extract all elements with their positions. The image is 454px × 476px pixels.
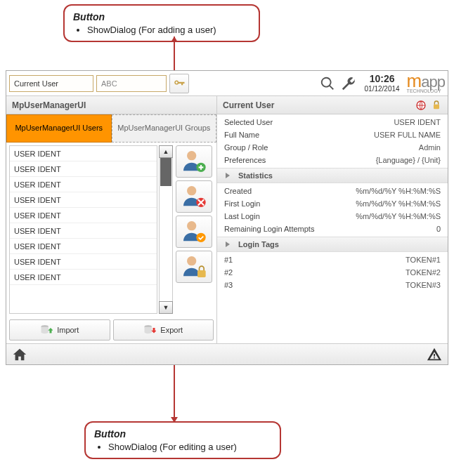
first-login-label: First Login bbox=[224, 199, 260, 208]
scroll-up-button[interactable]: ▲ bbox=[159, 145, 173, 158]
settings-button[interactable] bbox=[339, 74, 358, 93]
remaining-attempts-label: Remaining Login Attempts bbox=[224, 225, 314, 233]
svg-point-4 bbox=[187, 186, 196, 195]
list-item[interactable]: USER IDENT bbox=[10, 146, 157, 161]
callout-title: Button bbox=[94, 428, 271, 439]
search-button[interactable] bbox=[318, 74, 337, 93]
home-icon bbox=[12, 347, 27, 362]
scroll-thumb[interactable] bbox=[160, 158, 171, 186]
svg-rect-1 bbox=[434, 104, 439, 109]
right-section-title: Current User bbox=[217, 96, 448, 114]
wrench-icon bbox=[341, 76, 356, 91]
search-icon bbox=[320, 76, 335, 91]
edit-user-button[interactable] bbox=[176, 216, 212, 248]
last-login-label: Last Login bbox=[224, 212, 260, 220]
export-icon bbox=[143, 324, 156, 336]
svg-point-7 bbox=[196, 233, 205, 242]
key-icon bbox=[173, 77, 186, 90]
first-login-value: %m/%d/%Y %H:%M:%S bbox=[356, 199, 441, 208]
list-item[interactable]: USER IDENT bbox=[10, 270, 157, 285]
export-label: Export bbox=[160, 326, 183, 334]
tag3-value: TOKEN#3 bbox=[406, 281, 441, 289]
login-tags-header[interactable]: Login Tags bbox=[217, 237, 448, 252]
callout-text: ShowDialog (For editing a user) bbox=[108, 442, 271, 452]
scroll-down-button[interactable]: ▼ bbox=[159, 301, 173, 314]
home-button[interactable] bbox=[12, 347, 27, 362]
delete-user-button[interactable] bbox=[176, 180, 212, 213]
scrollbar[interactable]: ▲ ▼ bbox=[159, 145, 173, 314]
user-lock-icon bbox=[180, 253, 208, 281]
user-edit-icon bbox=[180, 218, 208, 246]
scroll-track[interactable] bbox=[159, 158, 173, 301]
tag1-value: TOKEN#1 bbox=[406, 256, 441, 264]
callout-title: Button bbox=[73, 11, 250, 22]
import-label: Import bbox=[57, 326, 79, 334]
alarm-button[interactable] bbox=[427, 347, 442, 362]
prefs-label: Preferences bbox=[224, 156, 266, 164]
warning-icon bbox=[427, 347, 442, 362]
selected-user-value: USER IDENT bbox=[394, 118, 441, 126]
statistics-header[interactable]: Statistics bbox=[217, 168, 448, 183]
import-button[interactable]: Import bbox=[9, 319, 110, 341]
globe-icon bbox=[415, 100, 427, 111]
list-item[interactable]: USER IDENT bbox=[10, 208, 157, 223]
tab-groups[interactable]: MpUserManagerUI Groups bbox=[112, 114, 217, 143]
full-name-label: Full Name bbox=[224, 131, 259, 139]
full-name-value: USER FULL NAME bbox=[374, 131, 441, 139]
user-list[interactable]: USER IDENT USER IDENT USER IDENT USER ID… bbox=[9, 145, 157, 314]
clock: 10:26 01/12/2014 bbox=[365, 74, 400, 92]
svg-point-8 bbox=[187, 256, 196, 265]
group-label: Group / Role bbox=[224, 143, 268, 152]
remaining-attempts-value: 0 bbox=[436, 225, 441, 233]
left-title-text: MpUserManagerUI bbox=[12, 100, 86, 110]
list-item[interactable]: USER IDENT bbox=[10, 177, 157, 192]
left-panel: MpUserManagerUI Users MpUserManagerUI Gr… bbox=[6, 114, 217, 343]
list-item[interactable]: USER IDENT bbox=[10, 192, 157, 208]
user-action-buttons bbox=[174, 145, 214, 314]
right-panel: Selected UserUSER IDENT Full NameUSER FU… bbox=[217, 114, 448, 343]
tag2-label: #2 bbox=[224, 268, 233, 277]
text-input[interactable]: ABC bbox=[96, 75, 167, 92]
add-user-button[interactable] bbox=[176, 145, 212, 178]
left-section-title: MpUserManagerUI bbox=[6, 96, 217, 114]
export-button[interactable]: Export bbox=[113, 319, 214, 341]
tag3-label: #3 bbox=[224, 281, 233, 289]
topbar: Current User ABC 10:26 01/12/2014 mapp T… bbox=[6, 71, 448, 96]
current-user-field[interactable]: Current User bbox=[9, 75, 93, 92]
list-item[interactable]: USER IDENT bbox=[10, 223, 157, 239]
right-title-text: Current User bbox=[223, 100, 274, 110]
list-item[interactable]: USER IDENT bbox=[10, 161, 157, 177]
lock-icon bbox=[431, 100, 442, 111]
svg-rect-9 bbox=[197, 270, 206, 277]
arrow-down-icon bbox=[171, 417, 178, 423]
lock-user-button[interactable] bbox=[176, 251, 212, 283]
tabs: MpUserManagerUI Users MpUserManagerUI Gr… bbox=[6, 114, 216, 143]
list-item[interactable]: USER IDENT bbox=[10, 239, 157, 254]
svg-point-6 bbox=[187, 221, 196, 230]
clock-time: 10:26 bbox=[365, 74, 400, 84]
import-icon bbox=[40, 324, 53, 336]
callout-text: ShowDialog (For adding a user) bbox=[87, 25, 250, 35]
created-value: %m/%d/%Y %H:%M:%S bbox=[356, 187, 441, 195]
arrow-up-icon bbox=[171, 37, 178, 42]
tab-users[interactable]: MpUserManagerUI Users bbox=[6, 114, 112, 143]
group-value: Admin bbox=[419, 143, 441, 152]
created-label: Created bbox=[224, 187, 252, 195]
bottombar bbox=[6, 343, 448, 364]
last-login-value: %m/%d/%Y %H:%M:%S bbox=[356, 212, 441, 220]
app-window: Current User ABC 10:26 01/12/2014 mapp T… bbox=[6, 70, 448, 365]
callout-add-user: Button ShowDialog (For adding a user) bbox=[63, 4, 260, 42]
list-item[interactable]: USER IDENT bbox=[10, 254, 157, 270]
tag2-value: TOKEN#2 bbox=[406, 268, 441, 277]
user-plus-icon bbox=[180, 147, 208, 176]
clock-date: 01/12/2014 bbox=[365, 85, 400, 93]
selected-user-label: Selected User bbox=[224, 118, 273, 126]
prefs-value: {Language} / {Unit} bbox=[376, 156, 441, 164]
mapp-logo: mapp TECHNOLOGY bbox=[407, 73, 445, 93]
user-delete-icon bbox=[180, 183, 208, 211]
tag1-label: #1 bbox=[224, 256, 233, 264]
login-key-button[interactable] bbox=[169, 74, 189, 93]
logo-subtitle: TECHNOLOGY bbox=[407, 89, 441, 93]
callout-edit-user: Button ShowDialog (For editing a user) bbox=[84, 421, 281, 459]
svg-point-2 bbox=[187, 151, 196, 160]
